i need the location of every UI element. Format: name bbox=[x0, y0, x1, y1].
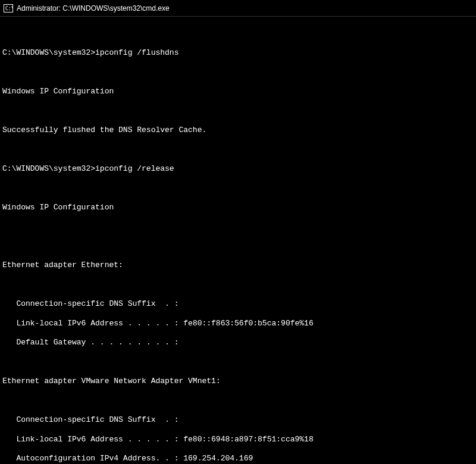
output-line: Connection-specific DNS Suffix . : bbox=[2, 299, 474, 309]
window-titlebar[interactable]: C:\ Administrator: C:\WINDOWS\system32\c… bbox=[0, 0, 476, 17]
output-line: Link-local IPv6 Address . . . . . : fe80… bbox=[2, 435, 474, 444]
output-line: Default Gateway . . . . . . . . . : bbox=[2, 338, 474, 347]
svg-text:C:\: C:\ bbox=[5, 6, 13, 11]
output-line: Windows IP Configuration bbox=[2, 203, 474, 212]
output-line: Windows IP Configuration bbox=[2, 87, 474, 96]
output-line bbox=[2, 222, 474, 231]
output-line bbox=[2, 242, 474, 251]
window-title: Administrator: C:\WINDOWS\system32\cmd.e… bbox=[17, 4, 170, 12]
output-line: Autoconfiguration IPv4 Address. . : 169.… bbox=[2, 454, 474, 463]
output-line bbox=[2, 67, 474, 77]
adapter-header: Ethernet adapter VMware Network Adapter … bbox=[2, 377, 474, 386]
output-line: Link-local IPv6 Address . . . . . : fe80… bbox=[2, 319, 474, 328]
adapter-header: Ethernet adapter Ethernet: bbox=[2, 261, 474, 270]
output-line bbox=[2, 106, 474, 115]
cmd-icon: C:\ bbox=[4, 4, 13, 13]
output-line bbox=[2, 358, 474, 367]
prompt-line: C:\WINDOWS\system32>ipconfig /release bbox=[2, 164, 474, 174]
prompt-line: C:\WINDOWS\system32>ipconfig /flushdns bbox=[2, 48, 474, 58]
terminal-output[interactable]: C:\WINDOWS\system32>ipconfig /flushdns W… bbox=[0, 17, 476, 464]
output-line: Successfully flushed the DNS Resolver Ca… bbox=[2, 126, 474, 135]
output-line: Connection-specific DNS Suffix . : bbox=[2, 415, 474, 425]
output-line bbox=[2, 29, 474, 38]
output-line bbox=[2, 280, 474, 290]
output-line bbox=[2, 145, 474, 154]
output-line bbox=[2, 396, 474, 406]
output-line bbox=[2, 183, 474, 193]
